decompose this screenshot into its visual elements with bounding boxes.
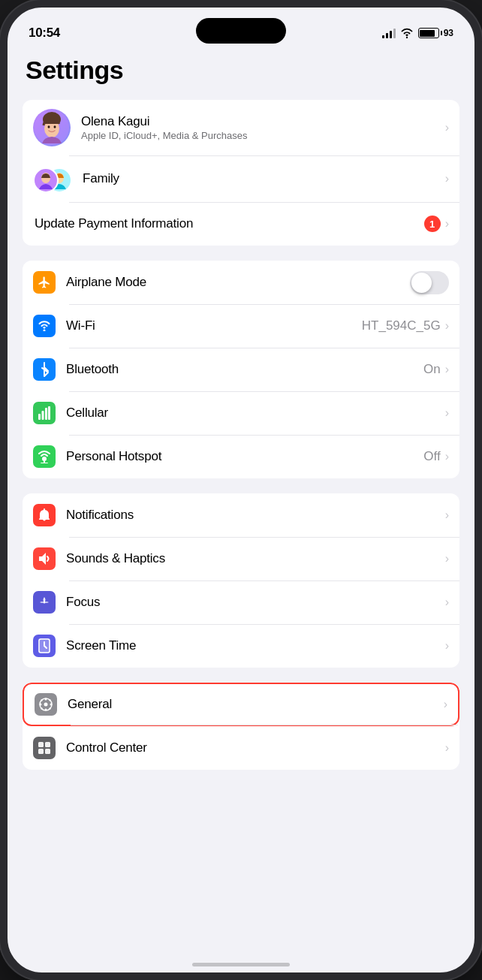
cellular-content: Cellular [66, 406, 445, 421]
chevron-icon: › [445, 552, 449, 565]
family-row[interactable]: Family › [23, 155, 459, 202]
volume-up-button [0, 150, 2, 198]
memoji-svg [35, 110, 69, 145]
chevron-icon: › [445, 741, 449, 755]
general-card: General › Control Center [23, 683, 459, 770]
notifications-icon [33, 504, 56, 526]
control-center-right: › [445, 741, 449, 755]
wifi-row[interactable]: Wi-Fi HT_594C_5G › [23, 304, 459, 348]
update-payment-row[interactable]: Update Payment Information 1 › [23, 202, 459, 246]
focus-label: Focus [66, 595, 445, 610]
cellular-right: › [445, 406, 449, 420]
wifi-icon [400, 28, 414, 38]
sounds-label: Sounds & Haptics [66, 551, 445, 566]
general-icon [35, 693, 57, 716]
screen-time-content: Screen Time [66, 638, 445, 653]
screen-time-label: Screen Time [66, 638, 445, 653]
sounds-icon [33, 547, 56, 570]
svg-marker-16 [39, 553, 46, 565]
svg-rect-33 [38, 749, 44, 754]
svg-point-4 [48, 125, 50, 128]
chevron-icon: › [445, 596, 449, 609]
svg-rect-12 [48, 406, 50, 420]
bluetooth-value: On [423, 362, 441, 377]
general-row[interactable]: General › [23, 683, 459, 726]
cellular-row[interactable]: Cellular › [23, 391, 459, 435]
notifications-label: Notifications [66, 508, 445, 523]
svg-point-30 [41, 707, 42, 709]
focus-row[interactable]: Focus › [23, 580, 459, 624]
svg-point-22 [44, 703, 48, 707]
svg-point-29 [49, 699, 50, 701]
hotspot-icon [33, 445, 56, 468]
svg-point-8 [44, 330, 46, 332]
dynamic-island [196, 18, 286, 44]
general-label: General [68, 697, 444, 712]
bluetooth-row[interactable]: Bluetooth On › [23, 348, 459, 391]
chevron-icon: › [445, 121, 449, 134]
svg-point-24 [45, 709, 47, 711]
screen-time-row[interactable]: Screen Time › [23, 624, 459, 668]
focus-content: Focus [66, 595, 445, 610]
svg-rect-9 [38, 414, 41, 420]
apple-id-row[interactable]: Olena Kagui Apple ID, iCloud+, Media & P… [23, 100, 459, 155]
family-avatars [33, 164, 72, 193]
update-payment-right: 1 › [424, 216, 449, 232]
chevron-icon: › [445, 319, 449, 333]
svg-point-17 [44, 602, 46, 604]
control-center-icon [33, 737, 56, 759]
chevron-icon: › [445, 450, 449, 463]
wifi-settings-icon [33, 315, 56, 337]
airplane-mode-toggle[interactable] [410, 271, 449, 294]
airplane-mode-content: Airplane Mode [66, 275, 410, 290]
sounds-right: › [445, 552, 449, 565]
focus-right: › [445, 596, 449, 609]
update-payment-content: Update Payment Information [35, 216, 424, 231]
cellular-icon [33, 402, 56, 424]
airplane-mode-icon [33, 271, 56, 294]
sounds-row[interactable]: Sounds & Haptics › [23, 537, 459, 580]
chevron-icon: › [444, 698, 447, 711]
notifications-content: Notifications [66, 508, 445, 523]
hotspot-row[interactable]: Personal Hotspot Off › [23, 435, 459, 478]
control-center-label: Control Center [66, 740, 445, 755]
hotspot-right: Off › [423, 449, 449, 464]
status-time: 10:54 [29, 26, 60, 41]
notifications-row[interactable]: Notifications › [23, 493, 459, 537]
svg-point-20 [44, 645, 45, 647]
hotspot-value: Off [423, 449, 440, 464]
account-card: Olena Kagui Apple ID, iCloud+, Media & P… [23, 100, 459, 246]
airplane-mode-row[interactable]: Airplane Mode [23, 261, 459, 304]
profile-name: Olena Kagui [81, 114, 445, 129]
cellular-label: Cellular [66, 406, 445, 421]
wifi-value: HT_594C_5G [362, 318, 441, 333]
wifi-content: Wi-Fi [66, 318, 362, 333]
airplane-mode-label: Airplane Mode [66, 275, 410, 290]
focus-icon [33, 591, 56, 614]
family-chevron: › [445, 172, 449, 185]
chevron-icon: › [445, 508, 449, 522]
bluetooth-right: On › [423, 362, 449, 377]
family-avatar-1 [33, 167, 59, 193]
svg-point-27 [41, 699, 42, 701]
control-center-row[interactable]: Control Center › [23, 726, 459, 770]
home-indicator [192, 963, 290, 966]
chevron-icon: › [445, 172, 449, 185]
svg-point-28 [49, 707, 50, 709]
svg-rect-32 [45, 742, 50, 747]
svg-rect-11 [45, 408, 47, 420]
chevron-icon: › [445, 363, 449, 376]
bluetooth-icon [33, 358, 56, 381]
family-label: Family [83, 171, 445, 186]
status-icons: 93 [382, 28, 453, 38]
battery-level: 93 [444, 28, 453, 38]
bluetooth-content: Bluetooth [66, 362, 423, 377]
svg-point-26 [50, 704, 53, 706]
hotspot-label: Personal Hotspot [66, 449, 423, 464]
battery-icon: 93 [418, 28, 453, 38]
control-center-content: Control Center [66, 740, 445, 755]
apple-id-chevron: › [445, 121, 449, 134]
mute-button [0, 113, 2, 140]
family-content: Family [83, 171, 445, 186]
payment-badge: 1 [424, 216, 441, 232]
